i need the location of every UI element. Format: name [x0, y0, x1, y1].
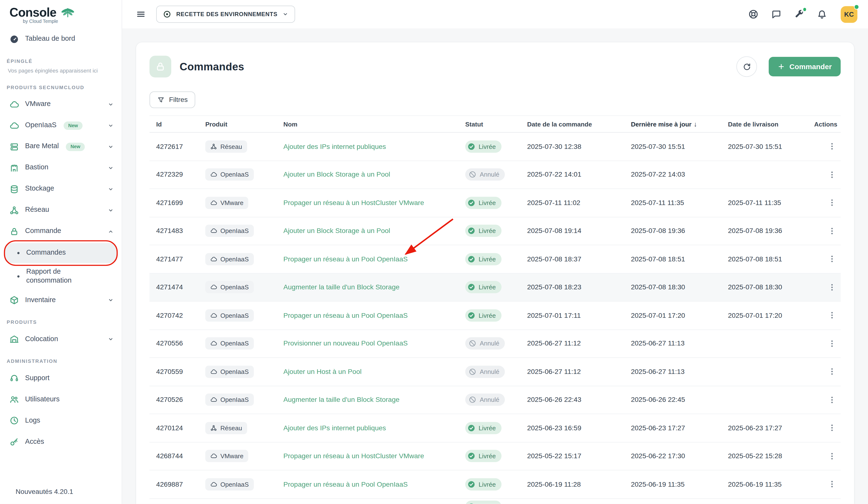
table-row[interactable]: 4271483OpenIaaSAjouter un Block Storage … — [149, 217, 841, 245]
menu-icon[interactable] — [136, 9, 146, 19]
sidebar-item-stockage[interactable]: Stockage — [0, 179, 122, 200]
cell-product: VMware — [199, 197, 277, 209]
table-row[interactable]: 4270742OpenIaaSPropager un réseau à un P… — [149, 302, 841, 330]
row-actions-button[interactable] — [828, 424, 836, 432]
sidebar-item-tableau-de-bord[interactable]: Tableau de bord — [0, 29, 122, 50]
sidebar-item-acces[interactable]: Accès — [0, 431, 122, 452]
status-badge-delivered: Livrée — [465, 281, 502, 293]
cell-status: Livrée — [458, 197, 520, 209]
brand-name: Console — [9, 6, 56, 20]
sidebar-item-label: Bare Metal — [25, 143, 59, 151]
chevron-down-icon — [282, 11, 288, 17]
whats-new-link[interactable]: Nouveautés 4.20.1 — [0, 488, 122, 504]
row-actions-button[interactable] — [828, 170, 836, 179]
network-icon — [210, 143, 217, 150]
row-actions-button[interactable] — [828, 311, 836, 320]
sidebar-item-label: Rapport de consommation — [26, 267, 93, 285]
sidebar-item-support[interactable]: Support — [0, 368, 122, 389]
column-header-produit[interactable]: Produit — [199, 121, 277, 127]
row-actions-button[interactable] — [828, 199, 836, 207]
table-row[interactable]: 4270526OpenIaaSAugmenter la taille d'un … — [149, 386, 841, 414]
row-actions-button[interactable] — [828, 396, 836, 404]
sidebar-item-bastion[interactable]: Bastion — [0, 157, 122, 179]
sidebar-item-utilisateurs[interactable]: Utilisateurs — [0, 389, 122, 410]
filters-button[interactable]: Filtres — [149, 91, 196, 108]
feedback-icon[interactable] — [771, 9, 782, 20]
cell-name: Propager un réseau à un Pool OpenIaaS — [277, 312, 458, 319]
new-order-button[interactable]: Commander — [769, 57, 840, 76]
cell-updated-date: 2025-07-01 17:20 — [624, 312, 721, 319]
row-actions-button[interactable] — [828, 143, 836, 151]
sidebar-item-commandes[interactable]: Commandes — [4, 243, 117, 263]
sidebar-item-inventaire[interactable]: Inventaire — [0, 290, 122, 311]
table-row[interactable]: 4269887OpenIaaSPropager un réseau à un P… — [149, 471, 841, 499]
sidebar-item-reseau[interactable]: Réseau — [0, 200, 122, 221]
tools-icon[interactable] — [794, 9, 804, 20]
column-header-date-de-livraison[interactable]: Date de livraison — [721, 121, 817, 127]
help-icon[interactable] — [748, 9, 759, 20]
order-name-link[interactable]: Propager un réseau à un Pool OpenIaaS — [283, 480, 408, 488]
column-header-statut[interactable]: Statut — [458, 121, 520, 127]
sidebar-item-openiaas[interactable]: OpenIaaSNew — [0, 115, 122, 136]
order-name-link[interactable]: Ajouter des IPs internet publiques — [283, 424, 386, 432]
cell-id: 4272617 — [149, 143, 199, 150]
order-name-link[interactable]: Propager un réseau à un Pool OpenIaaS — [283, 312, 408, 319]
row-actions-button[interactable] — [828, 367, 836, 376]
order-name-link[interactable]: Propager un réseau à un Pool OpenIaaS — [283, 255, 408, 263]
row-actions-button[interactable] — [828, 339, 836, 348]
cell-name: Ajouter des IPs internet publiques — [277, 143, 458, 150]
sidebar-item-commande[interactable]: Commande — [0, 221, 122, 242]
building-icon — [9, 334, 19, 344]
order-name-link[interactable]: Ajouter un Host à un Pool — [283, 368, 361, 375]
order-name-link[interactable]: Ajouter des IPs internet publiques — [283, 143, 386, 150]
table-row[interactable]: 4272617RéseauAjouter des IPs internet pu… — [149, 133, 841, 161]
user-avatar[interactable]: KC — [841, 6, 857, 22]
row-actions-button[interactable] — [828, 227, 836, 235]
column-header-date-de-la-commande[interactable]: Date de la commande — [520, 121, 624, 127]
table-row[interactable]: 4270559OpenIaaSAjouter un Host à un Pool… — [149, 358, 841, 386]
sidebar-item-logs[interactable]: Logs — [0, 410, 122, 431]
table-row[interactable]: 4272329OpenIaaSAjouter un Block Storage … — [149, 161, 841, 189]
column-header-actions[interactable]: Actions — [817, 121, 842, 127]
cell-actions — [817, 424, 842, 432]
sidebar-item-label: Commandes — [26, 249, 66, 258]
table-row[interactable]: Livrée — [149, 499, 841, 504]
order-name-link[interactable]: Augmenter la taille d'un Block Storage — [283, 283, 399, 291]
status-badge-delivered: Livrée — [465, 197, 502, 209]
row-actions-button[interactable] — [828, 452, 836, 460]
order-name-link[interactable]: Propager un réseau à un HostCluster VMwa… — [283, 199, 424, 207]
row-actions-button[interactable] — [828, 255, 836, 263]
table-row[interactable]: 4270124RéseauAjouter des IPs internet pu… — [149, 414, 841, 442]
cell-id: 4271699 — [149, 199, 199, 207]
column-header-derniere-mise-a-jour[interactable]: Dernière mise à jour↓ — [624, 120, 721, 128]
product-badge: VMware — [205, 197, 248, 209]
table-row[interactable]: 4271477OpenIaaSPropager un réseau à un P… — [149, 245, 841, 273]
column-header-nom[interactable]: Nom — [277, 121, 458, 127]
brand-logo[interactable]: Console by Cloud Temple — [0, 0, 122, 24]
order-name-link[interactable]: Augmenter la taille d'un Block Storage — [283, 396, 399, 403]
order-name-link[interactable]: Ajouter un Block Storage à un Pool — [283, 171, 390, 179]
row-actions-button[interactable] — [828, 283, 836, 292]
sidebar-item-label: OpenIaaS — [25, 121, 56, 130]
order-name-link[interactable]: Propager un réseau à un HostCluster VMwa… — [283, 452, 424, 460]
sidebar-item-rapport-de-consommation[interactable]: Rapport de consommation — [4, 264, 117, 288]
order-name-link[interactable]: Ajouter un Block Storage à un Pool — [283, 227, 390, 235]
column-header-id[interactable]: Id — [149, 121, 199, 127]
check-circle-icon — [467, 143, 475, 150]
sidebar-item-label: Tableau de bord — [25, 35, 75, 43]
sidebar-item-bare-metal[interactable]: Bare MetalNew — [0, 136, 122, 157]
product-badge: OpenIaaS — [205, 168, 254, 181]
table-row[interactable]: 4271699VMwarePropager un réseau à un Hos… — [149, 189, 841, 217]
table-row[interactable]: 4270556OpenIaaSProvisionner un nouveau P… — [149, 330, 841, 358]
order-name-link[interactable]: Provisionner un nouveau Pool OpenIaaS — [283, 340, 408, 347]
table-row[interactable]: 4271474OpenIaaSAugmenter la taille d'un … — [149, 273, 841, 302]
cell-name: Augmenter la taille d'un Block Storage — [277, 283, 458, 291]
sidebar-item-colocation[interactable]: Colocation — [0, 329, 122, 350]
environment-selector[interactable]: RECETTE DES ENVIRONNEMENTS — [156, 6, 296, 23]
row-actions-button[interactable] — [828, 480, 836, 489]
notifications-icon[interactable] — [817, 9, 827, 20]
sidebar-item-vmware[interactable]: VMware — [0, 94, 122, 115]
refresh-button[interactable] — [736, 56, 757, 77]
table-row[interactable]: 4268744VMwarePropager un réseau à un Hos… — [149, 442, 841, 471]
brand-tagline: by Cloud Temple — [23, 19, 114, 24]
